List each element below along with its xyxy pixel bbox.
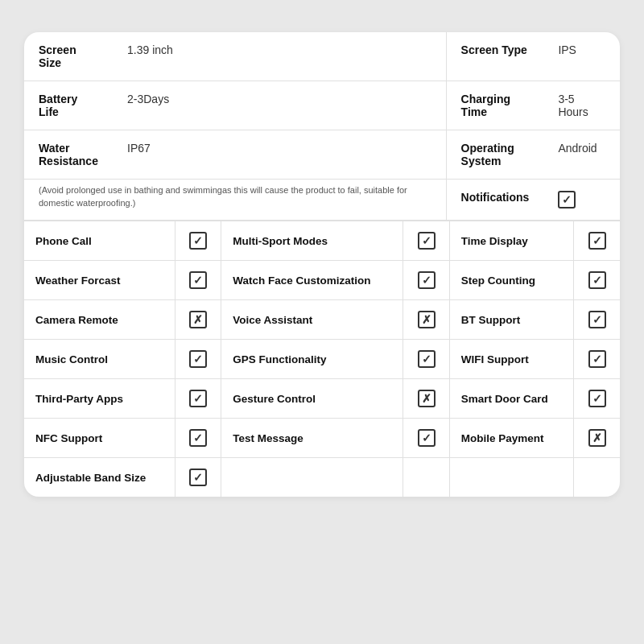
feature-label <box>449 458 574 497</box>
charging-time-value: 3-5 Hours <box>543 81 620 130</box>
feature-label: Camera Remote <box>24 300 175 340</box>
spec-row-battery: Battery Life 2-3Days Charging Time 3-5 H… <box>24 81 620 130</box>
check-yes-icon <box>189 232 207 250</box>
check-yes-icon <box>588 311 606 328</box>
feature-label: Watch Face Customization <box>221 261 403 300</box>
feature-check <box>175 419 221 458</box>
feature-label: Mobile Payment <box>449 419 574 458</box>
check-yes-icon <box>588 350 606 368</box>
spec-row-water: WaterResistance IP67 OperatingSystem And… <box>24 130 620 180</box>
feature-check <box>403 300 450 340</box>
feature-label: Voice Assistant <box>221 300 403 340</box>
check-yes-icon <box>418 429 436 447</box>
spec-row-note: (Avoid prolonged use in bathing and swim… <box>24 180 620 221</box>
battery-life-value: 2-3Days <box>113 81 446 130</box>
os-value: Android <box>543 130 620 180</box>
check-yes-icon <box>418 271 436 289</box>
feature-check <box>175 261 221 300</box>
check-yes-icon <box>189 271 207 289</box>
feature-check <box>403 261 450 300</box>
water-resistance-value: IP67 <box>113 130 446 180</box>
feature-label: Third-Party Apps <box>24 379 175 419</box>
check-yes-icon <box>588 271 606 289</box>
feature-row: Phone CallMulti-Sport ModesTime Display <box>24 221 620 261</box>
feature-check <box>574 261 620 300</box>
feature-check <box>175 379 221 419</box>
feature-label: Smart Door Card <box>449 379 574 419</box>
battery-life-label: Battery Life <box>24 81 113 130</box>
check-no-icon <box>418 390 436 407</box>
check-yes-icon <box>189 469 207 486</box>
feature-label: BT Support <box>449 300 574 340</box>
feature-check <box>403 221 450 261</box>
feature-check <box>403 379 450 419</box>
check-yes-icon <box>189 350 207 368</box>
feature-row: Music ControlGPS FunctionalityWIFI Suppo… <box>24 340 620 379</box>
check-yes-icon <box>418 232 436 250</box>
check-no-icon <box>418 311 436 328</box>
features-table: Phone CallMulti-Sport ModesTime DisplayW… <box>24 221 620 497</box>
main-card: Screen Size 1.39 inch Screen Type IPS Ba… <box>24 32 620 497</box>
check-yes-icon <box>189 390 207 407</box>
check-no-icon <box>189 311 207 328</box>
feature-row: NFC SupportTest MessageMobile Payment <box>24 419 620 458</box>
feature-check <box>175 458 221 497</box>
feature-label: NFC Support <box>24 419 175 458</box>
feature-check <box>574 300 620 340</box>
os-label: OperatingSystem <box>446 130 543 180</box>
feature-label: Test Message <box>221 419 403 458</box>
feature-check <box>574 340 620 379</box>
feature-label: GPS Functionality <box>221 340 403 379</box>
screen-size-label: Screen Size <box>24 32 113 81</box>
feature-label: Weather Forcast <box>24 261 175 300</box>
feature-row: Third-Party AppsGesture ControlSmart Doo… <box>24 379 620 419</box>
screen-type-value: IPS <box>543 32 620 81</box>
water-resistance-label: WaterResistance <box>24 130 113 180</box>
spec-row-screen: Screen Size 1.39 inch Screen Type IPS <box>24 32 620 81</box>
specs-table: Screen Size 1.39 inch Screen Type IPS Ba… <box>24 32 620 221</box>
feature-check <box>403 340 450 379</box>
check-no-icon <box>588 429 606 447</box>
feature-row: Weather ForcastWatch Face CustomizationS… <box>24 261 620 300</box>
feature-label: Adjustable Band Size <box>24 458 175 497</box>
feature-label: Gesture Control <box>221 379 403 419</box>
feature-label: Phone Call <box>24 221 175 261</box>
check-yes-icon <box>588 390 606 407</box>
feature-label: Multi-Sport Modes <box>221 221 403 261</box>
water-note: (Avoid prolonged use in bathing and swim… <box>39 185 407 208</box>
feature-label: Step Counting <box>449 261 574 300</box>
feature-check <box>175 221 221 261</box>
check-yes-icon <box>588 232 606 250</box>
screen-type-label: Screen Type <box>446 32 543 81</box>
feature-check <box>574 458 620 497</box>
feature-check <box>175 340 221 379</box>
feature-label: Music Control <box>24 340 175 379</box>
check-yes-icon <box>418 350 436 368</box>
check-yes-icon <box>189 429 207 447</box>
notifications-value <box>543 180 620 221</box>
feature-check <box>574 379 620 419</box>
notifications-check <box>558 191 576 208</box>
feature-row: Adjustable Band Size <box>24 458 620 497</box>
feature-check <box>574 419 620 458</box>
notifications-label: Notifications <box>446 180 543 221</box>
feature-check <box>403 419 450 458</box>
feature-row: Camera RemoteVoice AssistantBT Support <box>24 300 620 340</box>
screen-size-value: 1.39 inch <box>113 32 446 81</box>
charging-time-label: Charging Time <box>446 81 543 130</box>
feature-label: Time Display <box>449 221 574 261</box>
page: Screen Size 1.39 inch Screen Type IPS Ba… <box>0 0 644 644</box>
feature-check <box>403 458 450 497</box>
feature-check <box>175 300 221 340</box>
feature-label <box>221 458 403 497</box>
feature-label: WIFI Support <box>449 340 574 379</box>
feature-check <box>574 221 620 261</box>
